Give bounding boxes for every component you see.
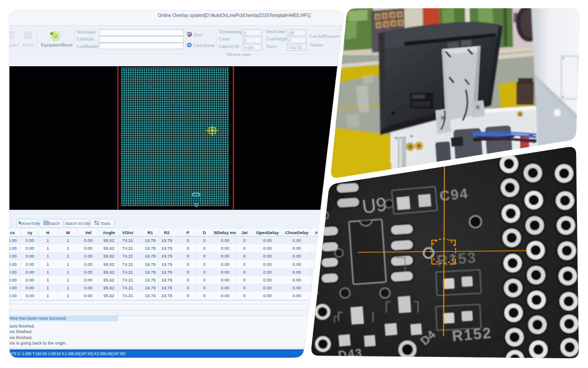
svg-text:Jet: Jet	[241, 230, 248, 235]
svg-text:0: 0	[203, 285, 205, 290]
svg-text:H: H	[46, 230, 50, 235]
svg-text:1: 1	[67, 262, 69, 267]
svg-text:0.00: 0.00	[8, 293, 17, 298]
svg-text:BDelay ms: BDelay ms	[214, 230, 237, 235]
svg-text:D43: D43	[337, 346, 363, 362]
svg-text:Vel: Vel	[85, 230, 91, 235]
svg-text:0: 0	[187, 285, 189, 290]
svg-text:19.79: 19.79	[161, 277, 172, 282]
svg-text:Off: Off	[288, 31, 295, 35]
svg-text:19.79: 19.79	[145, 277, 156, 282]
svg-text:U9: U9	[361, 193, 388, 218]
svg-text:1: 1	[67, 293, 69, 298]
svg-text:Online Overlay system[D:\AutoO: Online Overlay system[D:\AutoOnLinePcbOv…	[158, 13, 311, 18]
svg-text:95.62: 95.62	[103, 262, 114, 267]
svg-text:0.00: 0.00	[26, 293, 34, 298]
svg-text:19.79: 19.79	[145, 253, 156, 259]
svg-text:LineState: LineState	[77, 37, 94, 41]
svg-text:Batch: Batch	[49, 221, 60, 226]
svg-text:hine has been reset succeed.: hine has been reset succeed.	[10, 316, 67, 321]
svg-text:19.79: 19.79	[161, 285, 172, 290]
svg-text:0: 0	[203, 253, 205, 259]
svg-text:0.00: 0.00	[84, 238, 93, 243]
svg-text:1: 1	[67, 246, 69, 251]
svg-text:0: 0	[187, 293, 189, 298]
svg-text:pend: pend	[9, 42, 19, 47]
svg-text:Device state: Device state	[227, 52, 250, 57]
svg-text:74.21: 74.21	[122, 262, 133, 267]
svg-text:95.62: 95.62	[103, 285, 114, 290]
svg-text:0.00: 0.00	[8, 262, 17, 267]
svg-text:0.0/H: 0.0/H	[244, 46, 254, 50]
svg-text:95.62: 95.62	[103, 270, 114, 275]
svg-text:Tools: Tools	[100, 221, 110, 226]
svg-text:0.00: 0.00	[293, 285, 301, 290]
svg-text:xis finished.: xis finished.	[10, 335, 33, 340]
svg-text:W: W	[66, 230, 70, 235]
svg-text:VALVE: VALVE	[288, 46, 302, 50]
svg-text:0.00: 0.00	[263, 253, 272, 259]
svg-text:0.00: 0.00	[263, 277, 272, 282]
svg-text:R2: R2	[164, 230, 170, 235]
svg-text:74.21: 74.21	[122, 285, 133, 290]
svg-text:1: 1	[46, 246, 49, 251]
svg-text:0.00: 0.00	[84, 253, 93, 259]
svg-text:19.79: 19.79	[161, 270, 172, 275]
svg-text:95.62: 95.62	[103, 253, 114, 259]
svg-text:0.00: 0.00	[221, 293, 230, 298]
svg-text:Abort: Abort	[22, 42, 34, 47]
svg-text:1: 1	[46, 270, 49, 275]
svg-text:0: 0	[243, 293, 245, 298]
svg-text:ClearAlarm: ClearAlarm	[193, 43, 215, 48]
svg-text:1: 1	[46, 285, 49, 290]
svg-text:cx: cx	[10, 230, 15, 235]
svg-text:VDist: VDist	[122, 230, 134, 235]
svg-text:0.00: 0.00	[26, 253, 34, 259]
svg-text:R1: R1	[147, 230, 153, 235]
svg-text:0: 0	[187, 270, 189, 275]
svg-text:19.79: 19.79	[145, 270, 156, 275]
svg-text:0.00: 0.00	[263, 238, 272, 243]
svg-text:0.00: 0.00	[263, 285, 272, 290]
svg-text:19.79: 19.79	[161, 293, 172, 298]
svg-text:0.00: 0.00	[221, 262, 230, 267]
svg-text:0.00: 0.00	[221, 238, 230, 243]
svg-text:1: 1	[67, 238, 69, 243]
svg-text:0.00: 0.00	[8, 238, 17, 243]
svg-text:74.21: 74.21	[122, 293, 133, 298]
svg-text:0.00: 0.00	[26, 246, 34, 251]
svg-text:0: 0	[243, 253, 245, 259]
svg-text:0.00: 0.00	[26, 270, 34, 275]
svg-text:Volume: Volume	[310, 43, 323, 47]
svg-text:1: 1	[46, 238, 49, 243]
svg-text:0: 0	[243, 285, 245, 290]
svg-text:0.00: 0.00	[263, 270, 272, 275]
svg-text:R152: R152	[451, 324, 492, 345]
svg-text:0.00: 0.00	[221, 246, 230, 251]
svg-text:0: 0	[243, 277, 245, 282]
svg-text:1: 1	[67, 277, 69, 282]
svg-text:19.79: 19.79	[145, 285, 156, 290]
svg-text:1: 1	[46, 277, 49, 282]
svg-text:Count: Count	[219, 37, 230, 41]
svg-text:0.00: 0.00	[84, 277, 93, 282]
svg-text:CloseDelay: CloseDelay	[285, 230, 309, 235]
svg-text:670 Z:-1.000 T:182.60 U:95.62: 670 Z:-1.000 T:182.60 U:95.62 K1:289.00(…	[10, 352, 125, 356]
svg-text:74.21: 74.21	[122, 253, 133, 259]
svg-text:1: 1	[46, 253, 49, 259]
svg-text:0.00: 0.00	[293, 253, 301, 259]
svg-text:0.00: 0.00	[84, 293, 93, 298]
svg-text:0: 0	[187, 262, 189, 267]
svg-text:1: 1	[67, 270, 69, 275]
svg-text:0.00: 0.00	[221, 270, 230, 275]
svg-text:0: 0	[187, 246, 189, 251]
svg-text:P: P	[187, 230, 190, 235]
svg-text:19.79: 19.79	[145, 246, 156, 251]
svg-text:19.79: 19.79	[145, 238, 156, 243]
svg-text:0.00: 0.00	[293, 238, 301, 243]
svg-text:0.00: 0.00	[26, 285, 34, 290]
svg-text:74.21: 74.21	[122, 246, 133, 251]
svg-text:0: 0	[244, 31, 246, 35]
svg-text:0.00: 0.00	[8, 253, 17, 259]
svg-text:0.00: 0.00	[26, 277, 34, 282]
